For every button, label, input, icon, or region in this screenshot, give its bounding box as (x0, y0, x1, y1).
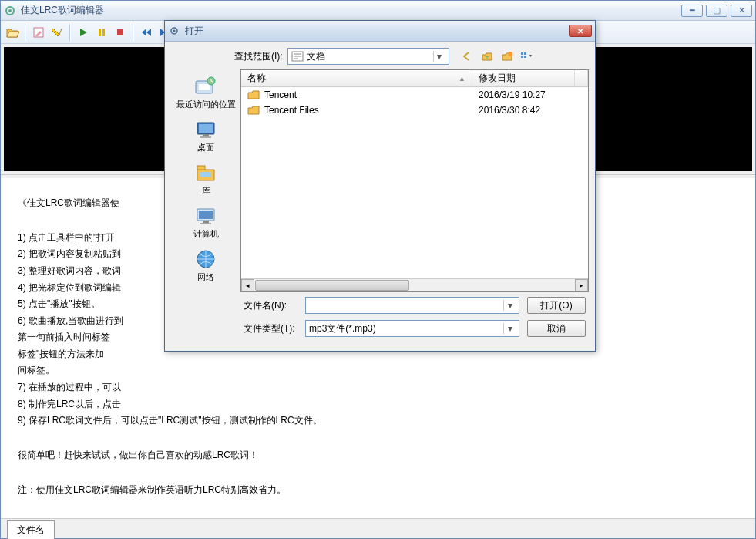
file-list: 名称 ▲ 修改日期 Tencent 2016/ (240, 69, 589, 292)
edit-button[interactable] (30, 24, 47, 41)
chevron-down-icon: ▾ (433, 51, 445, 62)
new-folder-button[interactable] (499, 49, 516, 64)
dialog-icon (168, 25, 180, 37)
filetype-combo[interactable]: mp3文件(*.mp3) ▾ (305, 320, 519, 337)
up-button[interactable] (479, 49, 496, 64)
window-title: 佳文LRC歌词编辑器 (21, 4, 681, 17)
minimize-button[interactable]: ━ (681, 5, 703, 17)
col-modified[interactable]: 修改日期 (472, 70, 575, 86)
open-dialog: 打开 ✕ 查找范围(I): 文档 ▾ 最近访问的位置 (164, 20, 596, 352)
dialog-titlebar: 打开 ✕ (165, 21, 595, 42)
stop-button[interactable] (112, 24, 129, 41)
svg-rect-21 (197, 166, 205, 170)
svg-rect-11 (524, 52, 526, 55)
close-button[interactable]: ✕ (731, 5, 752, 17)
svg-rect-10 (521, 52, 523, 55)
svg-rect-3 (99, 29, 101, 36)
file-list-header: 名称 ▲ 修改日期 (241, 70, 588, 87)
back-button[interactable] (459, 49, 475, 64)
statusbar: 文件名 (1, 518, 755, 538)
svg-rect-26 (200, 223, 211, 224)
filename-input[interactable]: ▾ (305, 297, 519, 314)
col-name[interactable]: 名称 ▲ (241, 70, 472, 86)
place-libraries[interactable]: 库 (175, 157, 237, 199)
tag-button[interactable] (49, 24, 66, 41)
scrollbar-thumb[interactable] (255, 280, 409, 291)
list-item[interactable]: Tencent Files 2016/3/30 8:42 (241, 103, 588, 118)
main-titlebar: 佳文LRC歌词编辑器 ━ ▢ ✕ (1, 1, 755, 21)
col-more[interactable] (575, 70, 588, 86)
svg-rect-13 (524, 56, 526, 58)
view-menu-button[interactable] (519, 49, 536, 64)
play-button[interactable] (75, 24, 92, 41)
dialog-close-button[interactable]: ✕ (569, 25, 592, 37)
prev-button[interactable] (138, 24, 155, 41)
svg-point-9 (508, 52, 512, 56)
svg-rect-20 (200, 136, 211, 138)
scroll-right-button[interactable]: ▸ (575, 279, 588, 291)
open-button[interactable]: 打开(O) (527, 297, 586, 314)
chevron-down-icon: ▾ (503, 300, 516, 311)
svg-rect-19 (203, 134, 209, 136)
svg-rect-15 (199, 84, 210, 90)
maximize-button[interactable]: ▢ (706, 5, 727, 17)
list-item[interactable]: Tencent 2016/3/19 10:27 (241, 87, 588, 103)
place-computer[interactable]: 计算机 (175, 200, 237, 242)
status-tab-filename[interactable]: 文件名 (7, 520, 55, 539)
open-file-button[interactable] (4, 24, 21, 41)
app-icon (4, 5, 16, 17)
sort-asc-icon: ▲ (459, 75, 465, 83)
svg-rect-5 (117, 29, 123, 35)
place-network[interactable]: 网络 (175, 244, 237, 285)
cancel-button[interactable]: 取消 (527, 320, 586, 337)
filetype-label: 文件类型(T): (244, 322, 297, 335)
svg-rect-18 (199, 124, 213, 133)
svg-rect-12 (521, 56, 523, 58)
filename-label: 文件名(N): (244, 299, 297, 312)
lookin-value: 文档 (307, 50, 433, 63)
svg-rect-25 (203, 221, 209, 223)
lookin-label: 查找范围(I): (234, 50, 283, 63)
scroll-left-button[interactable]: ◂ (241, 279, 254, 291)
horizontal-scrollbar[interactable]: ◂ ▸ (241, 278, 588, 291)
svg-rect-4 (102, 29, 105, 36)
pause-button[interactable] (93, 24, 110, 41)
svg-rect-22 (200, 172, 211, 177)
places-bar: 最近访问的位置 桌面 库 计算机 网络 (171, 69, 240, 292)
place-recent[interactable]: 最近访问的位置 (175, 71, 237, 113)
lookin-combo[interactable]: 文档 ▾ (287, 48, 449, 65)
chevron-down-icon: ▾ (503, 323, 516, 334)
dialog-title: 打开 (185, 25, 569, 38)
svg-rect-24 (199, 211, 213, 219)
svg-point-7 (173, 30, 176, 32)
place-desktop[interactable]: 桌面 (175, 114, 237, 156)
svg-point-1 (8, 9, 12, 12)
